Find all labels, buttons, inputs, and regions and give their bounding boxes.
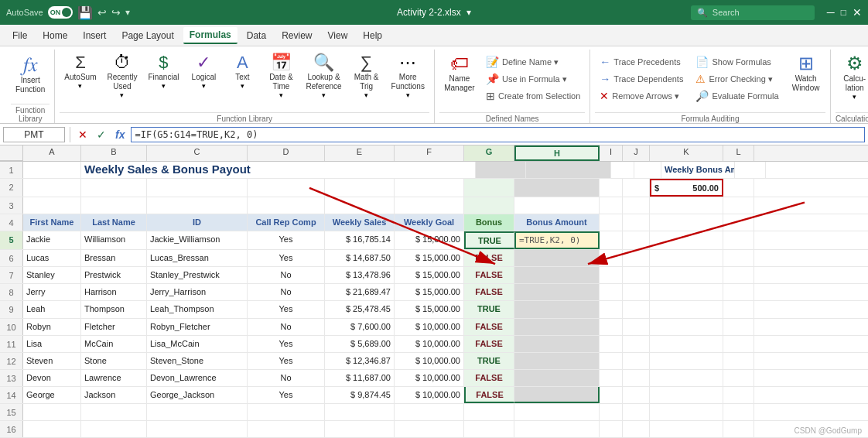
cell-B7[interactable]: Prestwick [81, 267, 147, 283]
cell-I13[interactable] [600, 370, 623, 386]
cell-A13[interactable]: Devon [23, 370, 81, 386]
trace-precedents-btn[interactable]: ← Trace Precedents [595, 54, 688, 70]
cell-J6[interactable] [623, 250, 650, 266]
confirm-formula-btn[interactable]: ✓ [94, 127, 109, 142]
cell-K7[interactable] [650, 267, 723, 283]
cell-L6[interactable] [723, 250, 754, 266]
cell-J1[interactable] [634, 162, 661, 178]
cell-B10[interactable]: Fletcher [81, 319, 147, 335]
cell-H10[interactable] [514, 319, 600, 335]
cell-D13[interactable]: No [248, 370, 325, 386]
cell-H5[interactable]: =TRUE,K2, 0) [514, 231, 600, 249]
cell-F13[interactable]: $ 10,000.00 [395, 370, 464, 386]
cell-J5[interactable] [623, 231, 650, 249]
cell-E5[interactable]: $ 16,785.14 [325, 231, 395, 249]
cell-C7[interactable]: Stanley_Prestwick [147, 267, 248, 283]
financial-btn[interactable]: $ Financial ▾ [143, 53, 183, 91]
cell-C10[interactable]: Robyn_Fletcher [147, 319, 248, 335]
cell-J4[interactable] [623, 214, 650, 231]
cell-K9[interactable] [650, 301, 723, 317]
cell-I2[interactable] [600, 179, 623, 197]
cell-L7[interactable] [723, 267, 754, 283]
cell-H7[interactable] [514, 267, 600, 283]
cell-C3[interactable] [147, 197, 248, 214]
cell-L1[interactable] [735, 162, 766, 178]
recently-used-btn[interactable]: ⏱ RecentlyUsed ▾ [103, 53, 142, 101]
cell-G15[interactable] [464, 404, 514, 420]
cell-K15[interactable] [650, 404, 723, 420]
cell-F2[interactable] [395, 179, 464, 197]
cell-I1[interactable] [611, 162, 634, 178]
cell-A1[interactable] [23, 162, 81, 178]
cell-D4[interactable]: Call Rep Comp [248, 214, 325, 231]
cell-F10[interactable]: $ 10,000.00 [395, 319, 464, 335]
menu-review[interactable]: Review [275, 28, 318, 43]
cell-J12[interactable] [623, 353, 650, 369]
cell-A11[interactable]: Lisa [23, 336, 81, 352]
cell-H1[interactable] [526, 162, 611, 178]
cell-A6[interactable]: Lucas [23, 250, 81, 266]
cell-C13[interactable]: Devon_Lawrence [147, 370, 248, 386]
text-btn[interactable]: A Text ▾ [224, 53, 261, 91]
cell-J8[interactable] [623, 284, 650, 300]
cell-I3[interactable] [600, 197, 623, 214]
cell-E15[interactable] [325, 404, 395, 420]
cell-H13[interactable] [514, 370, 600, 386]
redo-icon[interactable]: ↪ [111, 6, 121, 19]
cell-L8[interactable] [723, 284, 754, 300]
cell-J14[interactable] [623, 387, 650, 403]
cell-J3[interactable] [623, 197, 650, 214]
cell-L12[interactable] [723, 353, 754, 369]
search-box[interactable]: 🔍 Search [691, 5, 815, 20]
cell-L16[interactable] [723, 421, 754, 437]
autosum-btn[interactable]: Σ AutoSum ▾ [60, 53, 101, 91]
cell-G9[interactable]: TRUE [464, 301, 514, 317]
cell-B14[interactable]: Jackson [81, 387, 147, 403]
cell-K14[interactable] [650, 387, 723, 403]
cell-J13[interactable] [623, 370, 650, 386]
cancel-formula-btn[interactable]: ✕ [75, 127, 91, 142]
maximize-btn[interactable]: □ [841, 7, 846, 18]
calculation-options-btn[interactable]: ⚙ Calcu-lation ▾ [836, 53, 868, 102]
cell-L11[interactable] [723, 336, 754, 352]
undo-icon[interactable]: ↩ [97, 6, 107, 19]
cell-A9[interactable]: Leah [23, 301, 81, 317]
cell-A14[interactable]: George [23, 387, 81, 403]
name-box[interactable] [3, 127, 65, 142]
cell-C4[interactable]: ID [147, 214, 248, 231]
cell-K3[interactable] [650, 197, 723, 214]
cell-A7[interactable]: Stanley [23, 267, 81, 283]
cell-J2[interactable] [623, 179, 650, 197]
fx-btn[interactable]: fx [112, 127, 128, 142]
cell-D7[interactable]: No [248, 267, 325, 283]
cell-I12[interactable] [600, 353, 623, 369]
cell-J10[interactable] [623, 319, 650, 335]
cell-F7[interactable]: $ 15,000.00 [395, 267, 464, 283]
cell-F16[interactable] [395, 421, 464, 437]
cell-L9[interactable] [723, 301, 754, 317]
name-manager-btn[interactable]: 🏷 NameManager [439, 53, 480, 94]
cell-C15[interactable] [147, 404, 248, 420]
cell-E16[interactable] [325, 421, 395, 437]
cell-D6[interactable]: Yes [248, 250, 325, 266]
cell-J16[interactable] [623, 421, 650, 437]
cell-title[interactable]: Weekly Sales & Bonus Payout [81, 162, 476, 178]
cell-I7[interactable] [600, 267, 623, 283]
cell-B8[interactable]: Harrison [81, 284, 147, 300]
col-header-E[interactable]: E [325, 145, 395, 161]
cell-G11[interactable]: FALSE [464, 336, 514, 352]
cell-H6[interactable] [514, 250, 600, 266]
col-header-C[interactable]: C [147, 145, 248, 161]
cell-G6[interactable]: FALSE [464, 250, 514, 266]
menu-insert[interactable]: Insert [77, 28, 112, 43]
cell-B13[interactable]: Lawrence [81, 370, 147, 386]
cell-F8[interactable]: $ 15,000.00 [395, 284, 464, 300]
show-formulas-btn[interactable]: 📄 Show Formulas [691, 54, 783, 70]
col-header-F[interactable]: F [395, 145, 464, 161]
autosave-toggle[interactable]: ON [48, 6, 73, 19]
cell-C8[interactable]: Jerry_Harrison [147, 284, 248, 300]
cell-G13[interactable]: FALSE [464, 370, 514, 386]
close-btn[interactable]: ✕ [853, 6, 862, 19]
cell-A2[interactable] [23, 179, 81, 197]
cell-D8[interactable]: No [248, 284, 325, 300]
